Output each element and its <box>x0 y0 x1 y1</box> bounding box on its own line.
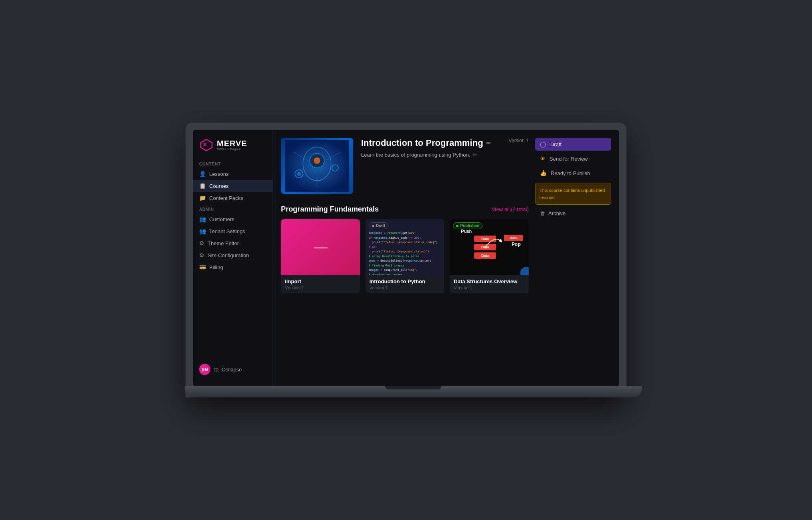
code-content: response = requests.get(url) if response… <box>369 231 441 275</box>
logo-sub-text: EdTech Engine <box>217 147 247 151</box>
archive-label: Archive <box>548 210 566 216</box>
course-description: Learn the basics of programming using Py… <box>361 151 529 158</box>
archive-icon: 🗑 <box>540 210 545 216</box>
sidebar-item-tenant-settings-label: Tenant Settings <box>209 228 245 234</box>
lesson-info-import: Import Version 1 <box>281 275 360 293</box>
lesson-meta-data: Version 1 <box>454 285 525 290</box>
lessons-section-title: Programming Fundamentals <box>281 205 379 214</box>
lessons-section: Programming Fundamentals View all (2 tot… <box>281 205 529 293</box>
edit-desc-icon[interactable]: ✏ <box>473 151 477 158</box>
lesson-card-python[interactable]: Draft response = requests.get(url) if re… <box>366 219 444 293</box>
sidebar-item-tenant-settings[interactable]: 👥 Tenant Settings <box>193 225 273 237</box>
course-info: Introduction to Programming ✏ Version 1 … <box>361 138 529 194</box>
billing-icon: 💳 <box>199 264 206 270</box>
svg-text:✕: ✕ <box>202 141 207 148</box>
customers-icon: 👥 <box>199 216 206 222</box>
lessons-icon: 👤 <box>199 171 206 177</box>
main-content: Introduction to Programming ✏ Version 1 … <box>273 130 619 386</box>
content-section-label: Content <box>193 159 273 168</box>
lesson-info-python: Introduction to Python Version 1 <box>366 275 444 293</box>
archive-item[interactable]: 🗑 Archive <box>535 208 611 219</box>
collapse-label: Collapse <box>222 367 242 373</box>
lessons-section-header: Programming Fundamentals View all (2 tot… <box>281 205 529 214</box>
sidebar-item-site-config-label: Site Configuration <box>208 252 249 258</box>
view-all-link[interactable]: View all (2 total) <box>492 206 529 212</box>
lesson-title-data: Data Structures Overview <box>454 278 525 284</box>
course-header: Introduction to Programming ✏ Version 1 … <box>281 138 529 194</box>
course-thumbnail <box>281 138 353 194</box>
courses-icon: 📋 <box>199 183 206 189</box>
arrow-svg <box>483 233 503 249</box>
sidebar-item-lessons[interactable]: 👤 Lessons <box>193 168 273 180</box>
import-thumbnail: ⸻ <box>281 219 360 275</box>
sidebar-item-billing-label: Billing <box>209 264 223 270</box>
sidebar-item-courses[interactable]: 📋 Courses <box>193 180 273 192</box>
merve-logo-icon: ✕ <box>199 138 214 152</box>
sidebar-item-billing[interactable]: 💳 Billing <box>193 261 273 273</box>
lesson-thumb-data: Published Data Data Data <box>450 219 529 275</box>
theme-editor-icon: ⚙ <box>199 240 204 246</box>
sidebar-item-content-packs-label: Content Packs <box>209 195 243 201</box>
course-header-area: Introduction to Programming ✏ Version 1 … <box>281 138 611 293</box>
ready-publish-icon: 👍 <box>540 170 547 176</box>
import-icon: ⸻ <box>313 239 327 256</box>
logo-text: MERVE EdTech Engine <box>217 139 247 151</box>
edit-title-icon[interactable]: ✏ <box>486 140 491 146</box>
laptop-notch <box>385 386 441 389</box>
logo-area: ✕ MERVE EdTech Engine <box>193 136 273 159</box>
status-draft-item[interactable]: ◯ Draft <box>535 138 611 151</box>
status-panel: ◯ Draft 👁 Send for Review 👍 Ready to Pub… <box>535 138 611 293</box>
course-description-text: Learn the basics of programming using Py… <box>361 152 470 158</box>
send-review-label: Send for Review <box>549 156 588 162</box>
sidebar-item-content-packs[interactable]: 📁 Content Packs <box>193 192 273 204</box>
collapse-button[interactable]: ◫ Collapse <box>214 367 242 373</box>
sidebar-item-lessons-label: Lessons <box>209 171 228 177</box>
admin-section-label: Admin <box>193 204 273 213</box>
sidebar: ✕ MERVE EdTech Engine Content 👤 Lessons … <box>193 130 273 386</box>
svg-point-10 <box>297 172 301 176</box>
lesson-thumb-import: ⸻ <box>281 219 360 275</box>
logo-main-text: MERVE <box>217 139 247 147</box>
status-send-review-item[interactable]: 👁 Send for Review <box>535 152 611 165</box>
lesson-card-data-structures[interactable]: Published Data Data Data <box>450 219 529 293</box>
sidebar-item-theme-editor-label: Theme Editor <box>208 240 239 246</box>
status-ready-publish-item[interactable]: 👍 Ready to Publish <box>535 167 611 179</box>
warning-text: This course contains unpublished lessons… <box>539 188 605 200</box>
sidebar-item-courses-label: Courses <box>209 183 228 189</box>
send-review-icon: 👁 <box>540 155 545 162</box>
version-tag: Version 1 <box>509 138 529 143</box>
lesson-title-import: Import <box>285 278 356 284</box>
sidebar-item-customers[interactable]: 👥 Customers <box>193 213 273 225</box>
status-badge-draft: Draft <box>369 222 388 229</box>
course-title: Introduction to Programming ✏ <box>361 138 491 148</box>
sidebar-item-site-config[interactable]: ⚙ Site Configuration <box>193 249 273 261</box>
content-packs-icon: 📁 <box>199 195 206 201</box>
lesson-meta-python: Version 1 <box>370 285 440 290</box>
data-thumbnail: Published Data Data Data <box>450 219 529 275</box>
lessons-grid: ⸻ Import Version 1 <box>281 219 529 293</box>
draft-dot <box>372 225 374 227</box>
sidebar-bottom: SN ◫ Collapse <box>193 359 273 380</box>
code-thumbnail: Draft response = requests.get(url) if re… <box>366 219 444 275</box>
user-avatar: SN <box>199 364 210 375</box>
course-title-text: Introduction to Programming <box>361 138 483 148</box>
lesson-thumb-python: Draft response = requests.get(url) if re… <box>366 219 444 275</box>
warning-box: This course contains unpublished lessons… <box>535 183 611 205</box>
tenant-settings-icon: 👥 <box>199 228 206 234</box>
lesson-card-import[interactable]: ⸻ Import Version 1 <box>281 219 360 293</box>
ready-publish-label: Ready to Publish <box>551 170 590 176</box>
robot-thumbnail-svg <box>285 140 349 192</box>
lesson-meta-import: Version 1 <box>285 285 356 290</box>
collapse-icon: ◫ <box>214 367 218 373</box>
draft-status-label: Draft <box>550 141 562 147</box>
svg-point-5 <box>314 157 320 164</box>
site-config-icon: ⚙ <box>199 252 204 258</box>
draft-label: Draft <box>376 224 385 228</box>
draft-status-icon: ◯ <box>540 141 546 147</box>
course-main-area: Introduction to Programming ✏ Version 1 … <box>281 138 529 293</box>
lesson-title-python: Introduction to Python <box>370 278 440 284</box>
laptop-base <box>185 386 642 397</box>
sidebar-item-theme-editor[interactable]: ⚙ Theme Editor <box>193 237 273 249</box>
sidebar-item-customers-label: Customers <box>209 216 234 222</box>
lesson-info-data: Data Structures Overview Version 1 <box>450 275 529 293</box>
